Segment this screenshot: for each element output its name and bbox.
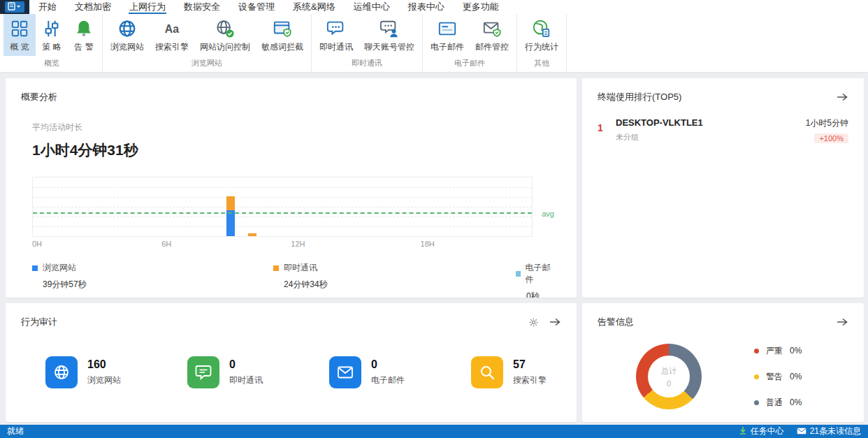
audit-stat-3: 57搜索引擎: [471, 356, 577, 388]
menu-item-7[interactable]: 报表中心: [399, 0, 454, 14]
status-text: 就绪: [7, 425, 24, 437]
ribbon-button-label: 电子邮件: [431, 41, 464, 53]
activity-chart: avg 0H6H12H18H: [32, 177, 533, 249]
alert-total-value: 0: [667, 379, 671, 388]
sensitive-word-block-icon: [272, 18, 293, 39]
menu-item-2[interactable]: 上网行为: [120, 0, 175, 14]
app-menu-button[interactable]: [5, 1, 24, 13]
ribbon-button-im-chat[interactable]: 即时通讯: [314, 14, 359, 56]
audit-stat-text: 0电子邮件: [371, 358, 405, 386]
ribbon-button-site-access-control[interactable]: 网站访问控制: [194, 14, 256, 56]
menu-item-5[interactable]: 系统&网络: [284, 0, 345, 14]
audit-stat-text: 0即时通讯: [229, 358, 263, 386]
alert-legend-value: 0%: [790, 397, 802, 407]
site-access-control-icon: [215, 18, 236, 39]
alert-body: 总计 0 严重0%警告0%普通0%: [598, 344, 848, 409]
chart-bar-s1-h10: [248, 233, 256, 236]
audit-stat-2: 0电子邮件: [329, 356, 471, 388]
ribbon-button-overview-grid[interactable]: 概 览: [3, 14, 36, 56]
menu-item-6[interactable]: 运维中心: [345, 0, 399, 14]
ribbon-button-mail-control[interactable]: 邮件管控: [470, 14, 514, 56]
policy-sliders-icon: [41, 18, 62, 39]
alert-legend-label: 警告: [766, 371, 783, 383]
panel-summary: 概要分析 平均活动时长 1小时4分钟31秒 avg 0H6H12H18H 浏览网…: [6, 78, 577, 298]
ribbon-button-email[interactable]: 电子邮件: [425, 14, 470, 56]
alert-legend-label: 普通: [766, 397, 783, 409]
mail-stat-icon: [329, 356, 361, 388]
rank-info: DESKTOP-VLKTLE1未分组: [616, 117, 703, 143]
ranking-list-item-0[interactable]: 1DESKTOP-VLKTLE1未分组1小时5分钟+100%: [598, 117, 848, 144]
menu-item-0[interactable]: 开始: [29, 0, 66, 14]
chart-gridline: [33, 197, 532, 198]
ribbon-button-browse-globe[interactable]: 浏览网站: [105, 14, 150, 56]
audit-stat-value: 160: [87, 358, 121, 371]
ribbon-button-chat-account-control[interactable]: 聊天账号管控: [359, 14, 420, 56]
legend-label: 浏览网站: [43, 262, 76, 274]
unread-messages-label: 21条未读信息: [810, 425, 861, 437]
menu-item-3[interactable]: 数据安全: [175, 0, 229, 14]
ranking-more-arrow-icon[interactable]: [836, 92, 848, 102]
chart-bar-s1-h9: [226, 196, 235, 210]
audit-stats: 160浏览网站0即时通讯0电子邮件57搜索引擎: [21, 356, 561, 388]
alert-legend-value: 0%: [790, 372, 802, 381]
legend-item-top: 电子邮件: [516, 262, 553, 286]
ribbon-group-name-4: 其他: [517, 56, 566, 72]
ribbon-button-label: 即时通讯: [319, 41, 353, 53]
x-tick-label: 6H: [161, 240, 171, 248]
audit-stat-text: 57搜索引擎: [513, 358, 547, 386]
ribbon-button-policy-sliders[interactable]: 策 略: [36, 14, 68, 56]
legend-item-top: 即时通讯: [273, 262, 328, 274]
activity-chart-xaxis: 0H6H12H18H: [32, 240, 533, 249]
avg-activity-value: 1小时4分钟31秒: [32, 140, 561, 160]
menu-item-1[interactable]: 文档加密: [66, 0, 120, 14]
ribbon-button-sensitive-word-block[interactable]: 敏感词拦截: [256, 14, 309, 56]
ribbon-button-alert-bell[interactable]: 告 警: [68, 14, 100, 56]
chart-gridline: [33, 217, 532, 217]
alert-more-arrow-icon[interactable]: [836, 317, 848, 327]
panel-audit: 行为审计 160浏览网站0即时通讯0电子邮件57搜索引擎: [6, 303, 577, 422]
ribbon-group-name-2: 即时通讯: [312, 56, 422, 72]
ribbon-group-buttons-0: 概 览策 略告 警: [1, 14, 102, 56]
alert-donut-center: 总计 0: [636, 344, 702, 409]
audit-more-arrow-icon[interactable]: [549, 317, 561, 327]
menubar: 开始文档加密上网行为数据安全设备管理系统&网络运维中心报表中心更多功能: [0, 0, 868, 14]
activity-legend: 浏览网站39分钟57秒即时通讯24分钟34秒电子邮件0秒: [32, 262, 553, 290]
terminal-name: DESKTOP-VLKTLE1: [616, 117, 703, 128]
chat-stat-icon: [187, 356, 219, 388]
ribbon-group-buttons-1: 浏览网站Aa搜索引擎网站访问控制敏感词拦截: [103, 14, 311, 56]
panel-alert: 告警信息 总计 0 严重0%警告0%普通0%: [582, 303, 864, 422]
download-arrow-icon: [739, 426, 747, 437]
chart-gridline: [33, 226, 532, 227]
x-tick-label: 18H: [421, 240, 435, 248]
menu-item-8[interactable]: 更多功能: [454, 0, 508, 14]
unread-messages-button[interactable]: 21条未读信息: [797, 425, 861, 437]
panel-ranking-title: 终端使用排行(TOP5): [598, 91, 681, 103]
legend-marker: [273, 265, 279, 271]
alert-legend-value: 0%: [790, 346, 802, 356]
globe-stat-icon: [45, 356, 78, 388]
alert-legend-dot: [754, 349, 759, 353]
ribbon-button-search-engine-aa[interactable]: Aa搜索引擎: [150, 14, 194, 56]
legend-marker: [516, 271, 521, 277]
panel-alert-title: 告警信息: [598, 316, 634, 328]
legend-value: 39分钟57秒: [43, 279, 87, 291]
ribbon-button-behavior-stats[interactable]: 行为统计: [519, 14, 564, 56]
audit-settings-gear-icon[interactable]: [528, 317, 539, 328]
legend-item-1: 即时通讯24分钟34秒: [273, 262, 328, 291]
alert-legend: 严重0%警告0%普通0%: [754, 345, 802, 409]
alert-total-label: 总计: [661, 366, 677, 377]
ribbon-button-label: 告 警: [74, 41, 93, 53]
menu-item-4[interactable]: 设备管理: [229, 0, 284, 14]
activity-chart-plot: avg: [32, 177, 533, 237]
app-corner: [0, 0, 29, 14]
alert-legend-item-0: 严重0%: [754, 345, 802, 357]
task-center-button[interactable]: 任务中心: [739, 425, 784, 437]
legend-value: 24分钟34秒: [284, 279, 328, 291]
search-stat-icon: [471, 356, 503, 388]
main-menu: 开始文档加密上网行为数据安全设备管理系统&网络运维中心报表中心更多功能: [29, 0, 508, 14]
alert-legend-dot: [754, 400, 759, 405]
task-center-label: 任务中心: [751, 425, 784, 437]
mail-control-icon: [482, 18, 502, 39]
rank-number: 1: [598, 117, 616, 133]
ribbon-group-name-3: 电子邮件: [423, 56, 516, 72]
